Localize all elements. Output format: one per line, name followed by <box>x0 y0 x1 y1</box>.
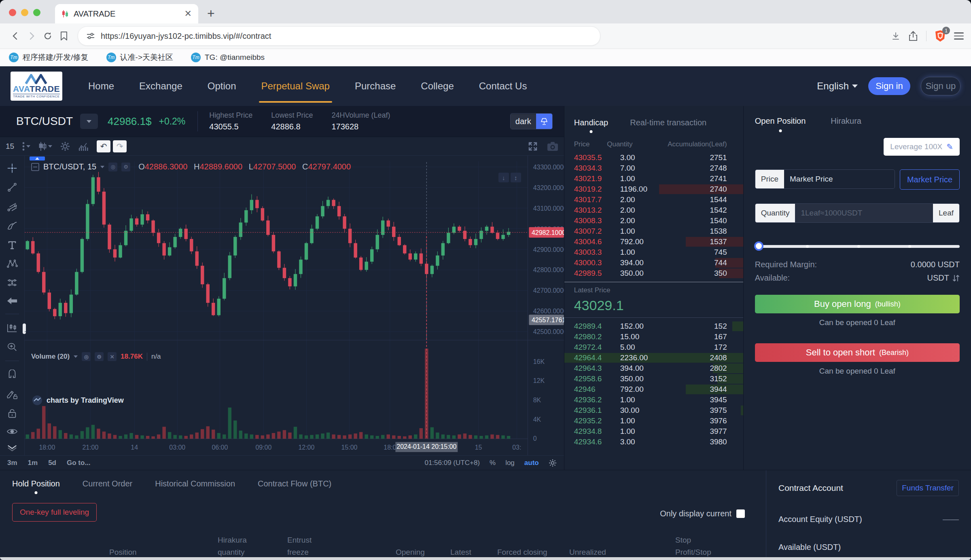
only-display-checkbox[interactable] <box>736 509 745 518</box>
site-settings-icon[interactable] <box>86 32 95 40</box>
scale-axis-button[interactable]: ↕ <box>511 173 521 182</box>
ask-row[interactable]: 43035.53.002751 <box>564 152 743 163</box>
new-tab-button[interactable]: + <box>207 6 215 21</box>
avatrade-logo[interactable]: AVATRADE TRADE WITH CONFIDENCE <box>11 72 62 101</box>
magnet-tool-icon[interactable] <box>6 370 18 380</box>
projection-tool-icon[interactable] <box>6 277 18 288</box>
sell-open-short-button[interactable]: Sell to open short(Bearish) <box>755 343 960 362</box>
bookmark-item[interactable]: TmTG: @tianmeibbs <box>191 53 265 62</box>
bookmark-icon[interactable] <box>56 28 72 44</box>
fib-retracement-tool-icon[interactable] <box>6 201 18 211</box>
ask-row[interactable]: 43019.21196.002740 <box>564 184 743 194</box>
xabcd-pattern-tool-icon[interactable] <box>6 258 18 269</box>
percent-scale-button[interactable]: % <box>490 459 496 467</box>
tab-hirakura[interactable]: Hirakura <box>831 116 861 132</box>
snapshot-camera-icon[interactable] <box>547 142 558 151</box>
volume-label[interactable]: Volume (20) <box>31 353 70 361</box>
tab-real-time-transaction[interactable]: Real-time transaction <box>630 118 706 134</box>
bookmark-item[interactable]: Tm程序搭建/开发/修复 <box>9 52 89 63</box>
redo-button[interactable]: ↷ <box>113 140 127 152</box>
drawing-lock-toggle-icon[interactable] <box>6 389 18 399</box>
ask-row[interactable]: 43007.21.001538 <box>564 226 743 237</box>
bookmark-item[interactable]: Tm认准->天美社区 <box>106 52 173 63</box>
crosshair-tool-icon[interactable] <box>6 163 18 173</box>
legend-settings-icon[interactable]: ⚙ <box>121 163 130 171</box>
nav-item-contact-us[interactable]: Contact Us <box>479 66 527 106</box>
chevron-down-icon[interactable] <box>6 444 18 451</box>
nav-item-purchase[interactable]: Purchase <box>355 66 396 106</box>
nav-item-home[interactable]: Home <box>88 66 114 106</box>
undo-button[interactable]: ↶ <box>97 140 110 152</box>
tab-historical-commission[interactable]: Historical Commission <box>155 479 235 494</box>
chart-settings-gear-icon[interactable] <box>60 142 70 151</box>
transfer-arrows-icon[interactable] <box>952 274 960 282</box>
footer-settings-gear-icon[interactable] <box>549 459 557 467</box>
tab-contract-flow-btc-[interactable]: Contract Flow (BTC) <box>258 479 331 494</box>
range-3m-button[interactable]: 3m <box>7 459 17 467</box>
tradingview-attribution[interactable]: charts by TradingView <box>32 395 124 406</box>
tab-handicap[interactable]: Handicap <box>574 118 608 134</box>
menu-icon[interactable] <box>954 30 964 42</box>
range-1m-button[interactable]: 1m <box>28 459 38 467</box>
browser-tab[interactable]: AVATRADE ✕ <box>55 4 198 23</box>
volume-remove-icon[interactable]: ✕ <box>108 352 117 361</box>
download-icon[interactable] <box>891 32 900 40</box>
bid-row[interactable]: 42946792.003944 <box>564 384 743 395</box>
price-input[interactable] <box>784 170 895 188</box>
ask-row[interactable]: 42989.5350.00350 <box>564 268 743 279</box>
ask-row[interactable]: 43021.91.002741 <box>564 173 743 184</box>
bid-row[interactable]: 42936.130.003975 <box>564 405 743 416</box>
brush-tool-icon[interactable] <box>6 220 18 230</box>
chart-style-button[interactable] <box>38 142 52 151</box>
indicators-icon[interactable] <box>78 142 89 151</box>
candlestick-chart[interactable]: 43300.000043200.000043100.000043000.0000… <box>25 156 564 455</box>
arrow-marker-tool-icon[interactable] <box>6 296 18 305</box>
ask-row[interactable]: 43008.32.001540 <box>564 216 743 226</box>
range-5d-button[interactable]: 5d <box>48 459 56 467</box>
leverage-button[interactable]: Leverage 100X ✎ <box>884 138 960 156</box>
zoom-in-icon[interactable] <box>6 342 18 352</box>
nav-item-option[interactable]: Option <box>208 66 236 106</box>
bid-row[interactable]: 42936.21.003945 <box>564 395 743 405</box>
bid-row[interactable]: 42964.42236.002408 <box>564 353 743 363</box>
close-window-button[interactable] <box>9 9 16 16</box>
goto-button[interactable]: Go to... <box>67 459 91 467</box>
bid-row[interactable]: 42989.4152.00152 <box>564 321 743 332</box>
tab-open-position[interactable]: Open Position <box>755 116 806 132</box>
interval-button[interactable]: 15 <box>6 142 14 151</box>
theme-toggle[interactable]: dark <box>510 113 553 129</box>
amount-slider[interactable] <box>755 241 960 251</box>
bid-row[interactable]: 42964.3394.002802 <box>564 363 743 374</box>
candle-pattern-tool-icon[interactable] <box>6 323 18 333</box>
brave-shield-icon[interactable]: 1 <box>935 30 946 42</box>
text-tool-icon[interactable] <box>6 239 18 250</box>
auto-scale-button[interactable]: auto <box>524 459 539 467</box>
hide-drawings-eye-icon[interactable] <box>6 427 18 436</box>
volume-visibility-icon[interactable]: ◎ <box>82 352 91 361</box>
buy-open-long-button[interactable]: Buy open long(bullish) <box>755 295 960 313</box>
address-bar[interactable]: https://16yuyan-jys102-pc.timibbs.vip/#/… <box>78 26 600 46</box>
toolbar-collapse-tab[interactable] <box>30 156 45 161</box>
log-scale-button[interactable]: log <box>505 459 515 467</box>
nav-item-perpetual-swap[interactable]: Perpetual Swap <box>261 66 330 106</box>
bid-row[interactable]: 42935.21.003976 <box>564 416 743 426</box>
ask-row[interactable]: 43003.31.00745 <box>564 247 743 258</box>
market-price-button[interactable]: Market Price <box>900 169 960 190</box>
legend-symbol[interactable]: BTC/USDT, 15 <box>43 162 96 171</box>
collapse-legend-icon[interactable] <box>31 163 39 171</box>
bid-row[interactable]: 42958.6350.003152 <box>564 374 743 384</box>
ask-row[interactable]: 43000.3394.00744 <box>564 258 743 268</box>
forward-button[interactable] <box>23 28 40 44</box>
ask-row[interactable]: 43017.72.001544 <box>564 194 743 205</box>
slider-dot[interactable] <box>857 245 860 248</box>
lock-all-icon[interactable] <box>6 408 18 418</box>
ask-row[interactable]: 43004.6792.001537 <box>564 237 743 247</box>
fullscreen-icon[interactable] <box>528 141 538 152</box>
bid-row[interactable]: 42934.63.003980 <box>564 437 743 447</box>
bid-row[interactable]: 42980.215.00167 <box>564 332 743 342</box>
price-field[interactable]: Price <box>755 169 895 189</box>
legend-visibility-icon[interactable]: ◎ <box>108 163 117 171</box>
slider-thumb[interactable] <box>754 241 763 251</box>
trend-line-tool-icon[interactable] <box>6 182 18 192</box>
volume-settings-icon[interactable]: ⚙ <box>95 352 104 361</box>
